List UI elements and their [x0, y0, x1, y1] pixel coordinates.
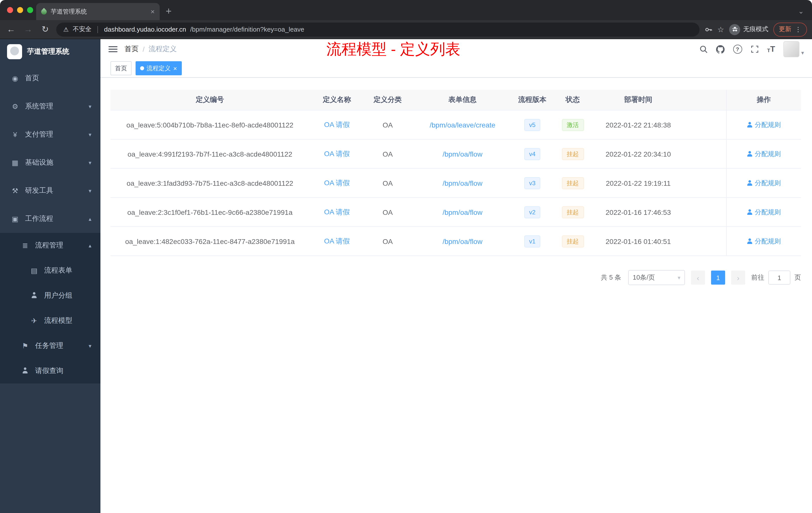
definition-name-link[interactable]: OA 请假	[324, 178, 350, 187]
status-tag: 挂起	[562, 177, 584, 189]
sidebar-item-支付管理[interactable]: ¥ 支付管理 ▾	[0, 120, 100, 149]
form-link[interactable]: /bpm/oa/flow	[443, 208, 483, 216]
sidebar-item-流程模型[interactable]: ✈ 流程模型	[0, 308, 100, 333]
yen-icon: ¥	[10, 130, 20, 139]
form-link[interactable]: /bpm/oa/flow	[443, 237, 483, 245]
chevron-icon: ▾	[89, 131, 91, 138]
breadcrumb-home[interactable]: 首页	[124, 45, 139, 54]
tools-icon: ⚒	[10, 187, 20, 195]
breadcrumb-current: 流程定义	[149, 45, 177, 54]
user-avatar-menu[interactable]: ▾	[784, 41, 804, 57]
avatar[interactable]	[784, 41, 800, 57]
next-page-button[interactable]: ›	[731, 271, 745, 284]
form-icon: ▤	[29, 267, 39, 275]
browser-update-button[interactable]: 更新 ⋮	[773, 22, 807, 36]
goto-page-input[interactable]	[768, 271, 790, 284]
definition-name-link[interactable]: OA 请假	[324, 120, 350, 129]
assign-rule-link[interactable]: 分配规则	[747, 237, 781, 246]
group-icon	[29, 292, 39, 300]
col-header-status: 状态	[550, 95, 595, 104]
assign-rule-label: 分配规则	[755, 208, 781, 217]
sidebar-item-研发工具[interactable]: ⚒ 研发工具 ▾	[0, 177, 100, 205]
chevron-icon: ▾	[89, 187, 91, 194]
sidebar-item-流程管理[interactable]: ≣ 流程管理 ▴	[0, 233, 100, 258]
page-number-1[interactable]: 1	[711, 271, 725, 284]
assign-rule-link[interactable]: 分配规则	[747, 208, 781, 217]
definition-name-link[interactable]: OA 请假	[324, 208, 350, 217]
search-icon[interactable]	[699, 45, 707, 53]
browser-window: 芋道管理系统 × + ⌄ ← → ↻ ⚠ 不安全 dashboard.yudao…	[0, 0, 812, 513]
new-tab-button[interactable]: +	[166, 6, 172, 16]
tab-title: 芋道管理系统	[51, 7, 147, 16]
sidebar-item-基础设施[interactable]: ▦ 基础设施 ▾	[0, 149, 100, 177]
chevron-icon: ▾	[89, 342, 91, 349]
url-input[interactable]: ⚠ 不安全 dashboard.yudao.iocoder.cn /bpm/ma…	[56, 22, 699, 36]
tag-close-icon[interactable]: ×	[173, 65, 177, 71]
workflow-icon: ▣	[10, 215, 20, 223]
font-size-icon[interactable]: TT	[767, 45, 775, 53]
sidebar-item-流程表单[interactable]: ▤ 流程表单	[0, 258, 100, 283]
pagination-total: 共 5 条	[601, 273, 621, 282]
main-area: 首页 / 流程定义 流程模型 - 定义列表 ? TT	[100, 39, 812, 513]
table-row: oa_leave:3:1fad3d93-7b75-11ec-a3c8-acde4…	[111, 169, 801, 198]
col-header-definition-id: 定义编号	[111, 95, 309, 104]
cell-definition-id: oa_leave:2:3c1f0ef1-76b1-11ec-9c66-a2380…	[111, 208, 309, 216]
form-link[interactable]: /bpm/oa/flow	[443, 150, 483, 158]
table-header: 定义编号 定义名称 定义分类 表单信息 流程版本 状态 部署时间 操作	[111, 90, 801, 111]
form-link[interactable]: /bpm/oa/flow	[443, 179, 483, 187]
window-controls[interactable]	[7, 7, 33, 13]
assign-rule-label: 分配规则	[755, 237, 781, 246]
reload-icon[interactable]: ↻	[39, 24, 51, 35]
prev-page-button[interactable]: ‹	[691, 271, 705, 284]
sidebar-item-系统管理[interactable]: ⚙ 系统管理 ▾	[0, 92, 100, 120]
col-header-version: 流程版本	[514, 95, 550, 104]
sidebar-item-用户分组[interactable]: 用户分组	[0, 283, 100, 308]
browser-tabstrip: 芋道管理系统 × + ⌄	[0, 0, 812, 20]
browser-tab[interactable]: 芋道管理系统 ×	[36, 3, 160, 20]
cell-deploy-time: 2022-01-22 21:48:38	[595, 121, 682, 129]
pagination: 共 5 条 10条/页 ▾ ‹ 1 › 前往 页	[111, 270, 801, 285]
definition-name-link[interactable]: OA 请假	[324, 237, 350, 246]
incognito-icon	[729, 24, 740, 35]
cell-definition-id: oa_leave:3:1fad3d93-7b75-11ec-a3c8-acde4…	[111, 179, 309, 187]
chevron-icon: ▾	[89, 103, 91, 110]
password-key-icon[interactable]	[704, 25, 712, 33]
fullscreen-icon[interactable]	[751, 45, 758, 53]
sidebar-item-首页[interactable]: ◉ 首页	[0, 64, 100, 92]
table-row: oa_leave:5:004b710b-7b8a-11ec-8ef0-acde4…	[111, 111, 801, 140]
bookmark-star-icon[interactable]: ☆	[717, 25, 724, 34]
maximize-window-button[interactable]	[27, 7, 33, 13]
forward-icon[interactable]: →	[22, 24, 34, 34]
minimize-window-button[interactable]	[17, 7, 23, 13]
github-icon[interactable]	[716, 45, 724, 54]
back-icon[interactable]: ←	[5, 24, 17, 34]
sidebar-item-请假查询[interactable]: 请假查询	[0, 358, 100, 384]
security-label: 不安全	[73, 25, 92, 34]
assign-rule-link[interactable]: 分配规则	[747, 120, 781, 129]
collapse-sidebar-icon[interactable]	[109, 46, 117, 52]
omnibox-divider	[98, 26, 98, 33]
definition-name-link[interactable]: OA 请假	[324, 149, 350, 158]
definition-table: 定义编号 定义名称 定义分类 表单信息 流程版本 状态 部署时间 操作 oa_l…	[111, 90, 801, 256]
update-label: 更新	[779, 25, 791, 34]
tab-search-chevron-icon[interactable]: ⌄	[798, 7, 804, 15]
help-icon[interactable]: ?	[733, 45, 742, 54]
sidebar-menu: ◉ 首页 ⚙ 系统管理 ▾ ¥ 支付管理 ▾ ▦ 基础设施 ▾ ⚒ 研发工具 ▾…	[0, 64, 100, 513]
close-window-button[interactable]	[7, 7, 13, 13]
assign-rule-label: 分配规则	[755, 149, 781, 158]
sidebar-logo[interactable]: 芋道管理系统	[0, 39, 100, 64]
logo-avatar	[7, 44, 22, 59]
table-body: oa_leave:5:004b710b-7b8a-11ec-8ef0-acde4…	[111, 111, 801, 256]
tab-close-icon[interactable]: ×	[151, 8, 155, 15]
assign-rule-link[interactable]: 分配规则	[747, 178, 781, 187]
form-link[interactable]: /bpm/oa/leave/create	[430, 121, 495, 129]
app-header: 首页 / 流程定义 流程模型 - 定义列表 ? TT	[100, 39, 812, 59]
page-size-select[interactable]: 10条/页 ▾	[628, 270, 685, 285]
sidebar-item-任务管理[interactable]: ⚑ 任务管理 ▾	[0, 333, 100, 358]
sidebar-item-工作流程[interactable]: ▣ 工作流程 ▴	[0, 205, 100, 233]
assign-rule-link[interactable]: 分配规则	[747, 149, 781, 158]
tag-home[interactable]: 首页	[111, 61, 132, 75]
favicon	[40, 7, 48, 15]
tag-process-definition[interactable]: 流程定义 ×	[136, 61, 181, 75]
browser-menu-icon[interactable]: ⋮	[795, 26, 802, 33]
